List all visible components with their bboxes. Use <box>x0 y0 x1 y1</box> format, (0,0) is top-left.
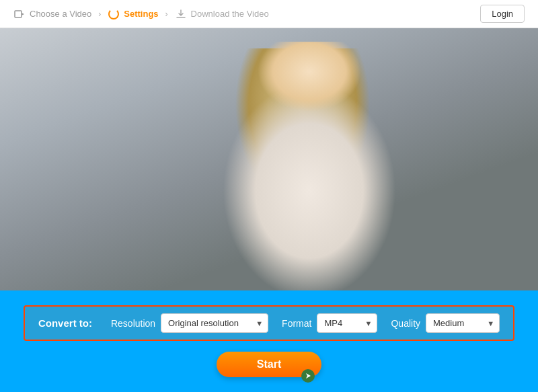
quality-group: Quality High Medium Low ▼ <box>391 313 500 333</box>
settings-icon <box>108 8 120 20</box>
resolution-label: Resolution <box>111 318 155 329</box>
cursor-indicator <box>301 369 315 383</box>
header: Choose a Video › Settings › Download the… <box>0 0 538 28</box>
video-icon <box>13 8 26 20</box>
step2-label: Settings <box>124 9 158 19</box>
download-icon <box>175 8 187 20</box>
login-button[interactable]: Login <box>480 5 525 23</box>
convert-options-row: Convert to: Resolution Original resoluti… <box>24 305 514 341</box>
step-settings[interactable]: Settings <box>108 8 158 20</box>
resolution-select-wrapper: Original resolution 1080p 720p 480p 360p… <box>161 313 268 333</box>
format-label: Format <box>282 318 311 329</box>
quality-select-wrapper: High Medium Low ▼ <box>426 313 500 333</box>
video-person <box>208 42 410 290</box>
svg-marker-2 <box>306 373 311 379</box>
quality-select[interactable]: High Medium Low <box>426 313 500 333</box>
step3-label: Download the Video <box>191 9 269 19</box>
step-download: Download the Video <box>175 8 269 20</box>
resolution-group: Resolution Original resolution 1080p 720… <box>111 313 268 333</box>
convert-label: Convert to: <box>38 317 92 329</box>
step1-label: Choose a Video <box>30 9 91 19</box>
quality-label: Quality <box>391 318 420 329</box>
chevron1: › <box>98 9 101 19</box>
breadcrumb-steps: Choose a Video › Settings › Download the… <box>13 8 480 20</box>
step-choose-video[interactable]: Choose a Video <box>13 8 91 20</box>
svg-marker-1 <box>22 13 24 15</box>
start-button-wrapper: Start <box>217 352 321 377</box>
svg-rect-0 <box>15 11 22 17</box>
chevron2: › <box>165 9 168 19</box>
format-select[interactable]: MP4 AVI MOV MKV WMV <box>317 313 377 333</box>
bottom-panel: Convert to: Resolution Original resoluti… <box>0 290 538 392</box>
format-group: Format MP4 AVI MOV MKV WMV ▼ <box>282 313 377 333</box>
format-select-wrapper: MP4 AVI MOV MKV WMV ▼ <box>317 313 377 333</box>
resolution-select[interactable]: Original resolution 1080p 720p 480p 360p… <box>161 313 268 333</box>
video-preview <box>0 28 538 290</box>
